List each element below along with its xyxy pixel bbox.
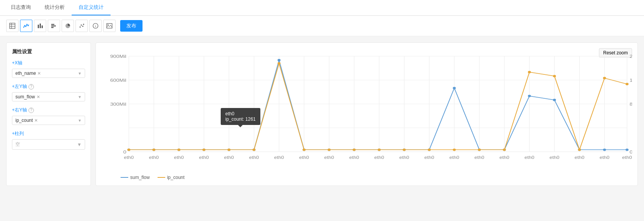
- svg-point-72: [626, 148, 629, 151]
- x-axis-section: +X轴 eth_name ✕ ▼: [12, 60, 85, 78]
- line-chart-tool-btn[interactable]: [20, 20, 32, 32]
- svg-point-85: [428, 148, 431, 151]
- x-axis-value: eth_name: [15, 71, 36, 76]
- svg-rect-9: [51, 27, 54, 28]
- svg-text:300Mil: 300Mil: [110, 101, 126, 106]
- table-icon: [9, 23, 15, 29]
- svg-rect-4: [38, 25, 39, 28]
- svg-point-74: [153, 148, 156, 151]
- left-y-remove[interactable]: ✕: [37, 94, 40, 100]
- hbar-chart-tool-btn[interactable]: [48, 20, 60, 32]
- svg-point-58: [278, 59, 281, 61]
- svg-text:eth0: eth0: [374, 155, 384, 159]
- svg-text:eth0: eth0: [274, 155, 284, 159]
- right-y-axis-select[interactable]: ip_count ✕ ▼: [12, 116, 85, 125]
- x-axis-label[interactable]: +X轴: [12, 60, 85, 66]
- svg-text:0: 0: [123, 149, 126, 154]
- svg-rect-0: [10, 23, 15, 29]
- svg-point-65: [453, 87, 456, 89]
- svg-point-89: [528, 71, 531, 73]
- column-section: +柱列 空 ▼: [12, 130, 85, 150]
- left-y-help-icon[interactable]: ?: [29, 84, 34, 89]
- scatter-tool-btn[interactable]: [75, 20, 88, 32]
- svg-point-76: [203, 148, 206, 151]
- pie-chart-tool-btn[interactable]: [62, 20, 74, 32]
- sidebar-title: 属性设置: [12, 48, 85, 55]
- left-y-value: sum_flow: [15, 94, 35, 100]
- right-y-arrow: ▼: [78, 118, 82, 123]
- svg-text:eth0: eth0: [324, 155, 334, 159]
- svg-text:eth0: eth0: [424, 155, 434, 159]
- sidebar: 属性设置 +X轴 eth_name ✕ ▼ +左Y轴 ? sum_flow ✕: [6, 42, 91, 186]
- image-tool-btn[interactable]: [103, 20, 116, 32]
- svg-rect-7: [51, 24, 54, 25]
- legend-sum-flow-line: [121, 177, 128, 178]
- legend-ip-count-line: [158, 177, 165, 178]
- table-tool-btn[interactable]: [6, 20, 18, 32]
- publish-button[interactable]: 发布: [120, 20, 143, 32]
- svg-point-86: [453, 148, 456, 151]
- tab-log-query[interactable]: 日志查询: [4, 0, 38, 15]
- chart-container: 900Mil 600Mil 300Mil 0 240K 160K 80K 0: [101, 48, 632, 172]
- right-y-remove[interactable]: ✕: [34, 118, 38, 123]
- left-y-axis-label[interactable]: +左Y轴 ?: [12, 83, 85, 90]
- svg-text:600Mil: 600Mil: [110, 78, 126, 83]
- info-icon: i: [92, 23, 99, 29]
- chart-legend: sum_flow ip_count: [101, 175, 632, 180]
- svg-point-82: [353, 148, 356, 151]
- right-y-help-icon[interactable]: ?: [29, 108, 34, 113]
- tab-stat-analysis[interactable]: 统计分析: [38, 0, 72, 15]
- svg-text:eth0: eth0: [174, 155, 184, 159]
- scatter-icon: [79, 23, 85, 29]
- svg-point-75: [178, 148, 181, 151]
- x-axis-arrow: ▼: [78, 71, 82, 76]
- svg-text:eth0: eth0: [299, 155, 309, 159]
- column-select[interactable]: 空 ▼: [12, 139, 85, 150]
- bar-chart-tool-btn[interactable]: [34, 20, 46, 32]
- svg-text:eth0: eth0: [500, 155, 510, 159]
- svg-text:eth0: eth0: [124, 155, 134, 159]
- bar-chart-icon: [37, 23, 43, 29]
- right-y-tag: ip_count ✕: [15, 118, 38, 123]
- main-content: 属性设置 +X轴 eth_name ✕ ▼ +左Y轴 ? sum_flow ✕: [0, 36, 644, 192]
- svg-rect-8: [51, 25, 56, 27]
- svg-point-11: [81, 25, 82, 26]
- right-y-axis-label[interactable]: +右Y轴 ?: [12, 107, 85, 113]
- svg-rect-5: [40, 24, 41, 28]
- svg-point-88: [503, 148, 506, 151]
- left-y-tag: sum_flow ✕: [15, 94, 40, 100]
- svg-text:eth0: eth0: [575, 155, 585, 159]
- x-axis-remove[interactable]: ✕: [37, 71, 41, 76]
- svg-point-17: [107, 24, 109, 25]
- svg-text:eth0: eth0: [199, 155, 209, 159]
- svg-text:eth0: eth0: [622, 155, 632, 159]
- x-axis-tag: eth_name ✕: [15, 71, 41, 76]
- line-chart-icon: [23, 23, 29, 29]
- svg-point-69: [553, 99, 556, 101]
- svg-text:eth0: eth0: [249, 155, 259, 159]
- left-y-axis-select[interactable]: sum_flow ✕ ▼: [12, 92, 85, 101]
- svg-point-71: [603, 148, 606, 151]
- left-y-arrow: ▼: [78, 95, 82, 99]
- pie-chart-icon: [65, 23, 71, 29]
- chart-svg: 900Mil 600Mil 300Mil 0 240K 160K 80K 0: [101, 48, 632, 172]
- svg-point-73: [127, 148, 131, 151]
- svg-text:eth0: eth0: [224, 155, 234, 159]
- svg-text:i: i: [95, 24, 96, 28]
- svg-point-83: [378, 148, 381, 151]
- svg-text:eth0: eth0: [525, 155, 535, 159]
- svg-text:eth0: eth0: [349, 155, 359, 159]
- svg-point-77: [228, 148, 231, 151]
- x-axis-select[interactable]: eth_name ✕ ▼: [12, 69, 85, 78]
- tab-custom-stat[interactable]: 自定义统计: [72, 0, 111, 15]
- svg-text:eth0: eth0: [475, 155, 485, 159]
- left-y-axis-section: +左Y轴 ? sum_flow ✕ ▼: [12, 83, 85, 101]
- svg-text:240K: 240K: [630, 54, 632, 59]
- legend-ip-count-label: ip_count: [167, 175, 184, 180]
- column-label[interactable]: +柱列: [12, 130, 85, 137]
- info-tool-btn[interactable]: i: [89, 20, 102, 32]
- svg-point-93: [626, 83, 629, 85]
- right-y-value: ip_count: [15, 118, 33, 123]
- svg-point-91: [578, 148, 581, 151]
- svg-point-13: [83, 24, 84, 25]
